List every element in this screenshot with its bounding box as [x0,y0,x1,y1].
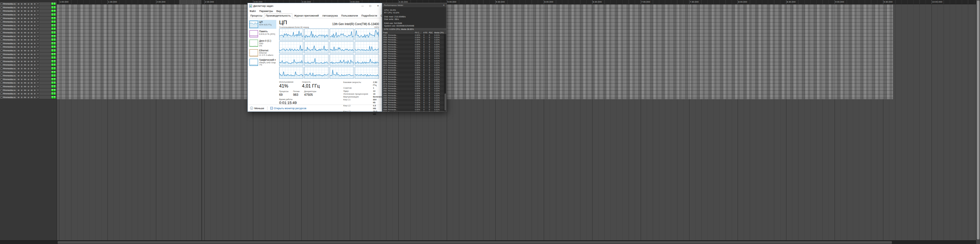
track-menu-button[interactable]: ≡ [33,38,36,41]
column-header-pdc[interactable]: PDC [428,31,433,34]
track-phase-button[interactable]: ø [27,17,30,20]
pan-knob[interactable] [37,17,39,20]
track-name[interactable]: Rmmedia.ru [3,53,17,55]
track-solo-button[interactable]: S [20,92,23,95]
track-fx-button[interactable]: FX [23,63,27,66]
track-fx-button[interactable]: FX [23,28,27,30]
track-name[interactable]: Rmmedia.ru [3,81,17,84]
track-fx-button[interactable]: FX [23,81,27,84]
track-input-button[interactable]: IN [30,56,33,59]
perf-track-row[interactable]: 2587: Rmmedia...0.00%000.01% [382,104,444,106]
track-fx-button[interactable]: FX [23,60,27,63]
record-arm-button[interactable] [0,71,3,73]
perf-track-row[interactable]: 2561: Rmmedia...0.00%000.02% [382,44,444,46]
track-solo-button[interactable]: S [20,60,23,63]
arrange-area[interactable] [57,4,976,240]
track-phase-button[interactable]: ø [27,3,30,5]
track-row[interactable]: Rmmedia.ruMSFXøIN≡ [0,2,57,6]
close-button[interactable]: ✕ [374,3,382,9]
perf-track-row[interactable]: 2580: Rmmedia...0.00%000.02% [382,87,444,90]
track-fx-button[interactable]: FX [23,56,27,59]
track-menu-button[interactable]: ≡ [33,74,36,77]
perf-track-row[interactable]: 2566: Rmmedia...0.00%000.02% [382,55,444,57]
pan-knob[interactable] [37,89,39,92]
record-arm-button[interactable] [0,39,3,41]
track-input-button[interactable]: IN [30,42,33,45]
perf-track-row[interactable]: 2576: Rmmedia...0.00%000.02% [382,78,444,81]
track-solo-button[interactable]: S [20,10,23,12]
menu-view[interactable]: Вид [276,10,281,13]
sidebar-item-ethernet[interactable]: EthernetEthernetО: 0 П: 0 кбит/с [249,49,276,58]
track-row[interactable]: Rmmedia.ruMSFXøIN≡ [0,42,57,46]
record-arm-button[interactable] [0,24,3,27]
track-menu-button[interactable]: ≡ [33,56,36,59]
track-fx-button[interactable]: FX [23,3,27,5]
record-arm-button[interactable] [0,86,3,87]
horizontal-scrollbar[interactable] [0,240,976,244]
track-mute-button[interactable]: M [17,85,20,88]
track-fx-button[interactable]: FX [23,10,27,12]
track-fx-button[interactable]: FX [23,85,27,88]
track-fx-button[interactable]: FX [23,31,27,34]
perf-track-row[interactable]: 2582: Rmmedia...0.00%000.01% [382,92,444,95]
maximize-button[interactable]: ▢ [366,3,374,9]
track-phase-button[interactable]: ø [27,71,30,74]
tab-users[interactable]: Пользователи [340,13,360,18]
track-menu-button[interactable]: ≡ [33,96,36,99]
track-name[interactable]: Rmmedia.ru [3,3,17,5]
pan-knob[interactable] [37,13,39,16]
track-input-button[interactable]: IN [30,81,33,84]
track-input-button[interactable]: IN [30,49,33,52]
track-name[interactable]: Rmmedia.ru [3,49,17,52]
track-name[interactable]: Rmmedia.ru [3,13,17,16]
track-phase-button[interactable]: ø [27,78,30,81]
track-mute-button[interactable]: M [17,56,20,59]
pan-knob[interactable] [37,6,39,9]
track-name[interactable]: Rmmedia.ru [3,85,17,88]
track-row[interactable]: Rmmedia.ruMSFXøIN≡ [0,31,57,35]
track-mute-button[interactable]: M [17,92,20,95]
track-mute-button[interactable]: M [17,17,20,20]
pan-knob[interactable] [37,38,39,41]
track-name[interactable]: Rmmedia.ru [3,56,17,59]
perf-track-row[interactable]: 2590: Rmmedia...0.00%000.02% [382,111,444,111]
track-solo-button[interactable]: S [20,31,23,34]
track-menu-button[interactable]: ≡ [33,31,36,34]
track-menu-button[interactable]: ≡ [33,24,36,27]
track-fx-button[interactable]: FX [23,38,27,41]
track-row[interactable]: Rmmedia.ruMSFXøIN≡ [0,56,57,60]
column-header-fx-cpu[interactable]: FX C... [414,31,423,34]
track-solo-button[interactable]: S [20,74,23,77]
track-row[interactable]: Rmmedia.ruMSFXøIN≡ [0,35,57,38]
perf-track-row[interactable]: 2565: Rmmedia...0.00%000.01% [382,53,444,55]
track-row[interactable]: Rmmedia.ruMSFXøIN≡ [0,52,57,56]
menu-file[interactable]: Файл [250,10,256,13]
track-row[interactable]: Rmmedia.ruMSFXøIN≡ [0,78,57,81]
pan-knob[interactable] [37,67,39,70]
track-phase-button[interactable]: ø [27,42,30,45]
record-arm-button[interactable] [0,89,3,91]
track-fx-button[interactable]: FX [23,78,27,81]
track-solo-button[interactable]: S [20,89,23,92]
track-menu-button[interactable]: ≡ [33,21,36,23]
track-mute-button[interactable]: M [17,78,20,81]
track-mute-button[interactable]: M [17,71,20,74]
track-row[interactable]: Rmmedia.ruMSFXøIN≡ [0,88,57,92]
track-row[interactable]: Rmmedia.ruMSFXøIN≡ [0,38,57,42]
track-phase-button[interactable]: ø [27,38,30,41]
track-name[interactable]: Rmmedia.ru [3,71,17,74]
track-name[interactable]: Rmmedia.ru [3,78,17,81]
track-fx-button[interactable]: FX [23,42,27,45]
track-mute-button[interactable]: M [17,46,20,48]
track-solo-button[interactable]: S [20,38,23,41]
track-solo-button[interactable]: S [20,6,23,9]
track-input-button[interactable]: IN [30,60,33,63]
pan-knob[interactable] [37,21,39,23]
pan-knob[interactable] [37,28,39,30]
track-row[interactable]: Rmmedia.ruMSFXøIN≡ [0,20,57,24]
perf-track-row[interactable]: 2584: Rmmedia...0.00%000.01% [382,97,444,99]
pan-knob[interactable] [37,3,39,5]
track-row[interactable]: Rmmedia.ruMSFXøIN≡ [0,85,57,89]
perf-track-row[interactable]: 2579: Rmmedia...0.00%000.01% [382,85,444,87]
pan-knob[interactable] [37,46,39,48]
